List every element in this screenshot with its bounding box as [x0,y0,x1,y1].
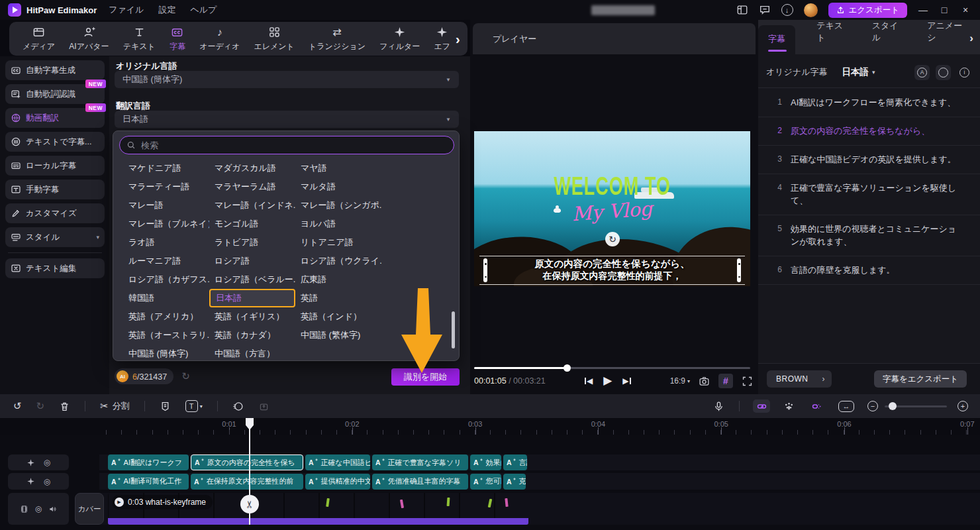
sidebar-item-自動歌詞認識[interactable]: 自動歌詞認識NEW [5,84,105,104]
subtitle-overlay-box[interactable]: 原文の内容の完全性を保ちながら、 在保持原文内容完整性的前提下， [479,256,745,285]
language-option[interactable]: ラトビア語 [209,233,295,252]
language-option[interactable]: マヤ語 [295,159,381,178]
sidebar-item-スタイル[interactable]: スタイル▾ [5,227,105,247]
subtitle-list-item[interactable]: 1AI翻訳はワークフローを簡素化できます、 [758,89,980,117]
target-language-dropdown[interactable]: 日本語 ▼ [115,111,459,128]
voiceover-mic-icon[interactable] [713,401,724,412]
tabs-more-chevron[interactable]: › [969,32,980,54]
language-option[interactable]: マレー語 [123,196,209,215]
zoom-in-icon[interactable]: + [957,401,968,411]
cn-subtitle-clip[interactable]: A提供精准的中文 [305,474,370,490]
subtitle-language-dropdown[interactable]: 日本語 [842,66,869,78]
split-cursor-icon[interactable]: ✂ [240,495,259,513]
undo-icon[interactable]: ↺ [13,400,22,412]
sidebar-item-動画翻訳[interactable]: 動画翻訳NEW [5,108,105,128]
upload-icon[interactable] [258,401,270,412]
language-option[interactable]: マダガスカル語 [209,159,295,178]
cn-subtitle-clip[interactable]: A您可以有 [470,474,501,490]
playback-slider[interactable] [474,367,750,369]
jp-subtitle-clip[interactable]: A正確な中国語ビ [305,454,370,470]
download-icon[interactable]: ↓ [781,4,793,16]
split-icon[interactable]: ✂ [100,400,109,412]
unlink-clips-icon[interactable] [808,399,825,413]
subtitle-right-handle[interactable] [737,258,741,282]
user-avatar[interactable] [804,3,818,17]
feedback-icon[interactable] [759,4,771,16]
subtitle-list-item[interactable]: 4正確で豊富な字幕ソリューションを駆使して、 [758,174,980,215]
language-option[interactable]: 中国語（方言） [209,344,295,363]
language-option[interactable]: ルーマニア語 [123,252,209,270]
popup-scrollbar[interactable] [452,311,455,348]
subtitle-settings-icon[interactable] [936,65,951,80]
ribbon-more-chevron[interactable]: › [456,32,460,47]
ribbon-tab-エレメント[interactable]: エレメント [254,26,294,52]
language-option[interactable]: リトアニア語 [295,233,381,252]
language-option[interactable]: 英語（アメリカ） [123,307,209,326]
delete-icon[interactable] [59,401,70,412]
language-option[interactable]: 中国語 (簡体字) [123,344,209,363]
speed-icon[interactable] [232,401,244,412]
layout-icon[interactable] [736,4,748,16]
language-option[interactable]: マケドニア語 [123,159,209,178]
timeline-zoom-slider[interactable] [885,405,947,407]
sidebar-item-ローカル字幕[interactable]: ローカル字幕 [5,156,105,176]
menu-item-ヘルプ[interactable]: ヘルプ [190,4,217,16]
zoom-slider-thumb[interactable] [889,402,897,410]
tab-text[interactable]: テキスト [816,20,851,54]
speaker-icon[interactable] [48,505,57,513]
language-option[interactable]: 中国語 (繁体字) [295,326,381,344]
ribbon-tab-フィルター[interactable]: フィルター [379,26,420,52]
jp-subtitle-clip[interactable]: A効果的に [470,454,501,470]
menu-item-ファイル[interactable]: ファイル [109,4,144,16]
language-option[interactable]: 英語（イギリス） [209,307,295,326]
language-option[interactable]: マレー語（ブルネイ） [123,215,209,233]
export-button[interactable]: エクスポート [828,3,907,18]
cn-subtitle-clip[interactable]: A在保持原文内容完整性的前 [191,474,303,490]
language-option[interactable]: マラヤーラム語 [209,178,295,196]
language-option[interactable]: ロシア語（カザフス... [123,270,209,289]
rotate-icon[interactable]: ↻ [605,232,620,246]
jp-subtitle-clip[interactable]: A原文の内容の完全性を保ち [191,454,303,470]
sidebar-item-手動字幕[interactable]: 手動字幕 [5,180,105,199]
export-subtitles-button[interactable]: 字幕をエクスポート [874,370,967,388]
tab-animation[interactable]: アニメーシ [927,20,969,54]
subtitle-list-item[interactable]: 3正確な中国語ビデオの英訳を提供します。 [758,146,980,174]
ribbon-tab-トランジション[interactable]: ⇄トランジション [309,26,366,52]
marker-icon[interactable] [160,401,171,412]
fullscreen-icon[interactable] [742,376,753,387]
maximize-button[interactable]: □ [939,5,950,15]
language-option[interactable]: 英語（カナダ） [209,326,295,344]
cn-subtitle-clip[interactable]: AAI翻译可简化工作 [108,474,189,490]
ribbon-tab-テキスト[interactable]: テキスト [123,26,156,52]
ribbon-tab-AIアバター[interactable]: AIアバター [69,26,109,52]
language-option[interactable]: 韓国語 [123,289,209,307]
language-option[interactable]: マラーティー語 [123,178,209,196]
subtitle-list-item[interactable]: 5効果的に世界の視聴者とコミュニケーションが取れます、 [758,215,980,256]
language-option[interactable]: ロシア語（ベラルー... [209,270,295,289]
language-option[interactable]: マルタ語 [295,178,381,196]
grid-icon[interactable]: # [718,374,733,388]
cn-subtitle-clip[interactable]: A凭借准确且丰富的字幕 [372,474,468,490]
video-preview[interactable]: WELCOM TO My Vlog ↻ 原文の内容の完全性を保ちながら、 在保持… [474,131,750,286]
cn-subtitle-clip[interactable]: A克服语 [503,474,526,490]
subtitle-list-item[interactable]: 2原文の内容の完全性を保ちながら、 [758,117,980,146]
playback-thumb[interactable] [564,364,571,372]
ribbon-tab-字幕[interactable]: 字幕 [170,26,185,52]
fit-timeline-icon[interactable]: ↔ [838,401,854,412]
auto-translate-icon[interactable]: A [914,65,930,80]
language-option[interactable]: マレー語（インドネ... [209,196,295,215]
previous-frame-button[interactable]: ◀ [584,376,593,386]
add-text-icon[interactable]: T▾ [185,400,203,412]
zoom-out-icon[interactable]: − [867,401,878,411]
language-option[interactable]: 広東語 [295,270,381,289]
minimize-button[interactable]: — [918,5,928,15]
language-option[interactable]: 英語（オーストラリ... [123,326,209,344]
ribbon-tab-エフ[interactable]: エフ [434,26,450,52]
refresh-icon[interactable]: ↻ [181,370,190,382]
subtitle-style-button[interactable]: BROWN › [767,370,832,388]
sidebar-item-テキスト編集[interactable]: テキスト編集 [5,258,105,278]
audio-strip[interactable] [108,518,528,525]
language-option[interactable]: 英語（インド） [295,307,381,326]
language-option[interactable]: 日本語 [209,289,295,307]
track-visibility-icon[interactable]: ◎ [44,458,50,467]
